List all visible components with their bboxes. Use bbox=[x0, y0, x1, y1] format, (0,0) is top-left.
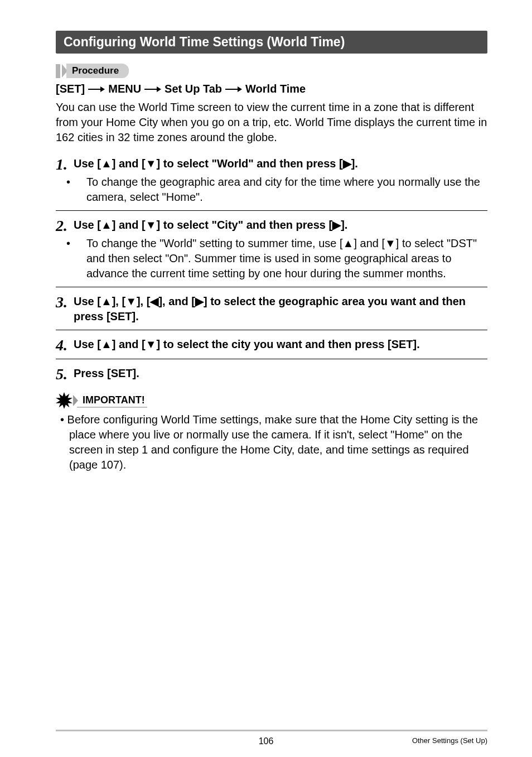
separator-line bbox=[56, 330, 487, 330]
step-text: ] and [ bbox=[112, 219, 146, 231]
page-number: 106 bbox=[259, 736, 274, 746]
step-text: Use [ bbox=[74, 295, 101, 307]
bullet-icon: • bbox=[76, 236, 86, 251]
step-text: ] and [ bbox=[112, 157, 146, 170]
down-triangle-icon: ▼ bbox=[146, 338, 157, 350]
step-text: Use [ bbox=[74, 219, 101, 231]
breadcrumb-item-setup: Set Up Tab bbox=[165, 83, 222, 95]
step-text: ], and [ bbox=[158, 295, 195, 307]
step-title: Press [SET]. bbox=[74, 366, 139, 381]
breadcrumb-item-menu: MENU bbox=[108, 83, 141, 95]
arrow-right-icon bbox=[144, 86, 161, 92]
step-text: ], [ bbox=[112, 295, 125, 307]
step-3: 3. Use [▲], [▼], [◀], and [▶] to select … bbox=[56, 291, 487, 324]
step-title: Use [▲] and [▼] to select the city you w… bbox=[74, 337, 420, 352]
step-2: 2. Use [▲] and [▼] to select "City" and … bbox=[56, 214, 487, 281]
step-title: Use [▲] and [▼] to select "World" and th… bbox=[74, 156, 358, 171]
step-text: Use [ bbox=[74, 157, 101, 170]
right-triangle-icon: ▶ bbox=[332, 219, 341, 231]
step-text: ], [ bbox=[137, 295, 150, 307]
step-1: 1. Use [▲] and [▼] to select "World" and… bbox=[56, 153, 487, 205]
arrow-right-icon bbox=[225, 86, 242, 92]
important-note: • Before configuring World Time settings… bbox=[69, 412, 487, 472]
up-triangle-icon: ▲ bbox=[101, 157, 112, 170]
step-text: ] and [ bbox=[112, 338, 146, 350]
bullet-icon: • bbox=[60, 413, 67, 426]
step-note-text: To change the "World" setting to summer … bbox=[86, 237, 343, 249]
step-number: 1. bbox=[56, 156, 74, 172]
important-label: IMPORTANT! bbox=[77, 393, 147, 408]
step-title: Use [▲] and [▼] to select "City" and the… bbox=[74, 218, 347, 233]
up-triangle-icon: ▲ bbox=[343, 237, 354, 249]
footer-rule bbox=[56, 730, 487, 731]
step-5: 5. Press [SET]. bbox=[56, 363, 487, 382]
breadcrumb: [SET] MENU Set Up Tab World Time bbox=[56, 83, 487, 95]
section-heading: Configuring World Time Settings (World T… bbox=[56, 31, 487, 54]
step-text: ]. bbox=[341, 219, 347, 231]
breadcrumb-item-set: [SET] bbox=[56, 83, 85, 95]
step-number: 5. bbox=[56, 366, 74, 382]
step-note: • To change the geographic area and city… bbox=[86, 175, 487, 205]
left-triangle-icon: ◀ bbox=[150, 295, 158, 307]
step-number: 3. bbox=[56, 294, 74, 310]
step-title: Use [▲], [▼], [◀], and [▶] to select the… bbox=[74, 294, 487, 324]
page-footer: 106 Other Settings (Set Up) bbox=[0, 733, 532, 741]
step-text: ] to select "World" and then press [ bbox=[157, 157, 343, 170]
svg-marker-0 bbox=[56, 392, 72, 409]
step-note: • To change the "World" setting to summe… bbox=[86, 236, 487, 281]
procedure-bar-icon bbox=[56, 64, 60, 78]
step-text: ] to select the city you want and then p… bbox=[157, 338, 420, 350]
right-triangle-icon: ▶ bbox=[195, 295, 204, 307]
bullet-icon: • bbox=[76, 175, 86, 190]
breadcrumb-item-worldtime: World Time bbox=[245, 83, 306, 95]
step-text: ] to select "City" and then press [ bbox=[157, 219, 333, 231]
up-triangle-icon: ▲ bbox=[101, 338, 112, 350]
down-triangle-icon: ▼ bbox=[146, 157, 157, 170]
footer-section-name: Other Settings (Set Up) bbox=[412, 736, 487, 745]
down-triangle-icon: ▼ bbox=[125, 295, 137, 307]
step-number: 4. bbox=[56, 337, 74, 353]
step-text: Use [ bbox=[74, 338, 101, 350]
important-row: IMPORTANT! bbox=[56, 392, 487, 409]
intro-paragraph: You can use the World Time screen to vie… bbox=[56, 100, 487, 145]
procedure-label: Procedure bbox=[66, 64, 129, 78]
step-note-text: ] and [ bbox=[354, 237, 385, 249]
right-triangle-icon: ▶ bbox=[343, 157, 351, 170]
separator-line bbox=[56, 359, 487, 359]
burst-icon bbox=[56, 392, 72, 409]
up-triangle-icon: ▲ bbox=[101, 295, 112, 307]
step-4: 4. Use [▲] and [▼] to select the city yo… bbox=[56, 334, 487, 353]
step-text: Press [SET]. bbox=[74, 367, 139, 379]
arrow-right-icon bbox=[88, 86, 105, 92]
down-triangle-icon: ▼ bbox=[385, 237, 396, 249]
separator-line bbox=[56, 210, 487, 211]
procedure-label-row: Procedure bbox=[56, 64, 487, 78]
step-number: 2. bbox=[56, 218, 74, 234]
step-note-text: To change the geographic area and city f… bbox=[86, 176, 480, 203]
important-note-text: Before configuring World Time settings, … bbox=[67, 413, 478, 471]
down-triangle-icon: ▼ bbox=[146, 219, 157, 231]
up-triangle-icon: ▲ bbox=[101, 219, 112, 231]
separator-line bbox=[56, 287, 487, 287]
step-text: ]. bbox=[351, 157, 358, 170]
